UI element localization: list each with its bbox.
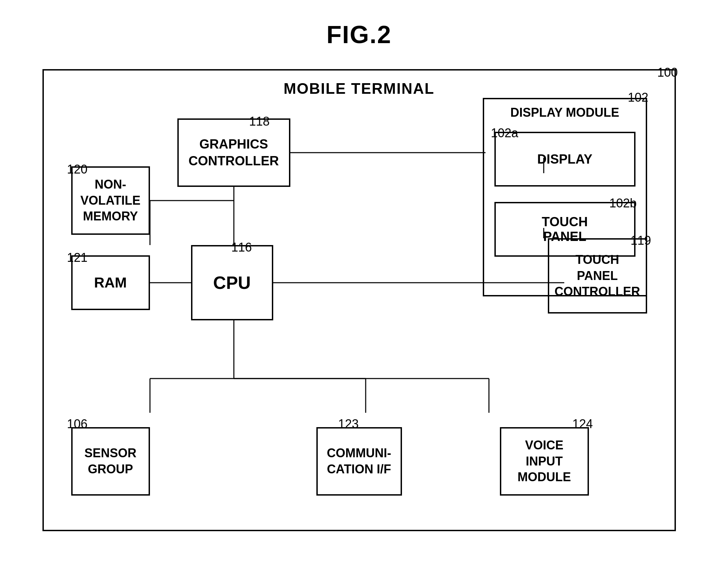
communication-if-label: COMMUNI-CATION I/F <box>327 445 391 477</box>
ref-120: 120 <box>67 162 88 177</box>
ref-124: 124 <box>572 417 593 431</box>
figure-title: FIG.2 <box>326 21 391 49</box>
ref-106: 106 <box>67 417 88 431</box>
ref-121: 121 <box>67 251 88 265</box>
cpu-box: CPU <box>191 245 273 320</box>
touch-panel-controller-label: TOUCHPANELCONTROLLER <box>555 252 640 300</box>
outer-boundary: 100 MOBILE TERMINAL DISPLAY MODULE <box>42 69 676 531</box>
graphics-controller-box: GRAPHICSCONTROLLER <box>177 118 290 187</box>
display-module-label: DISPLAY MODULE <box>510 105 619 120</box>
ref-102b: 102b <box>609 196 637 210</box>
communication-if-box: COMMUNI-CATION I/F <box>316 427 402 496</box>
ref-116: 116 <box>231 240 252 255</box>
ref-102a: 102a <box>491 126 518 140</box>
ref-118: 118 <box>249 114 270 129</box>
ref-119: 119 <box>630 233 651 248</box>
voice-input-module-box: VOICEINPUTMODULE <box>500 427 589 496</box>
ref-123: 123 <box>338 417 359 431</box>
ram-label: RAM <box>94 274 127 291</box>
mobile-terminal-label: MOBILE TERMINAL <box>284 80 434 97</box>
ref-102: 102 <box>628 90 648 105</box>
ref-100: 100 <box>657 65 678 80</box>
display-label: DISPLAY <box>537 152 592 167</box>
touch-panel-controller-box: TOUCHPANELCONTROLLER <box>548 238 647 314</box>
cpu-label: CPU <box>213 272 251 293</box>
nvm-label: NON-VOLATILEMEMORY <box>80 177 140 225</box>
sensor-group-label: SENSORGROUP <box>84 445 136 477</box>
graphics-controller-label: GRAPHICSCONTROLLER <box>189 136 279 170</box>
sensor-group-box: SENSORGROUP <box>71 427 150 496</box>
nvm-box: NON-VOLATILEMEMORY <box>71 166 150 235</box>
voice-input-module-label: VOICEINPUTMODULE <box>518 437 571 485</box>
